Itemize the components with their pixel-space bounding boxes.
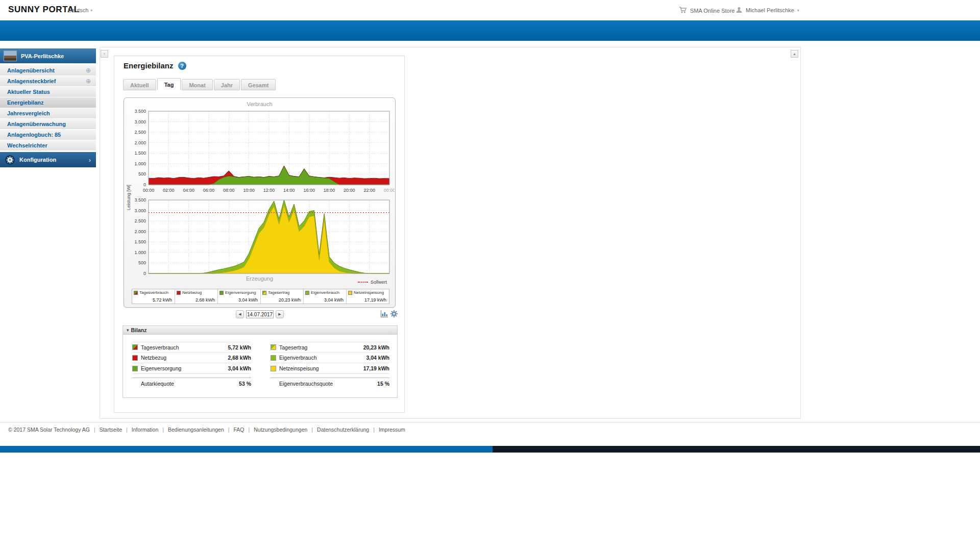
bilanz-value: 2,68 kWh — [228, 355, 251, 361]
legend-label: Tagesertrag — [268, 290, 289, 295]
legend-item-tagesertrag: Tagesertrag20,23 kWh — [261, 289, 304, 304]
bilanz-chip — [271, 366, 276, 371]
footer-link-datenschutzerklärung[interactable]: Datenschutzerklärung — [317, 427, 369, 433]
date-input[interactable] — [246, 310, 274, 318]
legend-label: Tagesverbrauch — [139, 290, 168, 295]
bilanz-chip — [132, 355, 138, 361]
bilanz-value: 17,19 kWh — [363, 365, 389, 371]
bilanz-label: Netzeinspeisung — [279, 365, 360, 371]
sidebar-item-energiebilanz[interactable]: Energiebilanz — [0, 97, 96, 108]
sidebar-item-anlagenübersicht[interactable]: Anlagenübersicht⊕ — [0, 65, 96, 76]
svg-text:2.000: 2.000 — [134, 229, 146, 234]
collapse-caret-icon: ▾ — [127, 328, 129, 333]
sidebar-item-wechselrichter[interactable]: Wechselrichter — [0, 140, 96, 151]
tab-monat[interactable]: Monat — [182, 79, 212, 90]
legend-chip — [348, 291, 352, 295]
bilanz-value: 5,72 kWh — [228, 344, 251, 350]
footer-link-bedienungsanleitungen[interactable]: Bedienungsanleitungen — [168, 427, 224, 433]
footer-copyright: © 2017 SMA Solar Technology AG — [8, 427, 90, 433]
legend-item-top: Eigenverbrauch — [305, 290, 345, 295]
sidebar-item-label: Wechselrichter — [7, 142, 91, 148]
bilanz-row-eigenversorgung: Eigenversorgung3,04 kWh — [132, 363, 251, 374]
sidebar-item-label: Anlagenüberwachung — [7, 121, 91, 127]
help-icon[interactable]: ? — [178, 62, 186, 70]
chevron-down-icon: ▾ — [797, 8, 799, 13]
tab-gesamt[interactable]: Gesamt — [241, 79, 276, 90]
user-icon — [736, 6, 743, 14]
sidebar-item-label: Energiebilanz — [7, 99, 91, 106]
page-title-row: Energiebilanz ? — [124, 61, 186, 70]
bilanz-panel: ▾ Bilanz Tagesverbrauch5,72 kWhNetzbezug… — [122, 325, 398, 398]
svg-text:1.500: 1.500 — [134, 151, 146, 156]
config-label: Konfiguration — [19, 157, 84, 163]
footer-separator-line — [0, 422, 980, 422]
bilanz-value: 20,23 kWh — [363, 344, 389, 350]
legend-value: 17,19 kWh — [348, 297, 387, 303]
sidebar-item-anlagenüberwachung[interactable]: Anlagenüberwachung — [0, 119, 96, 129]
settings-gear-icon[interactable] — [390, 310, 399, 318]
svg-text:500: 500 — [138, 171, 146, 177]
bilanz-row-eigenverbrauch: Eigenverbrauch3,04 kWh — [271, 353, 389, 363]
language-selector[interactable]: Deutsch ▾ — [68, 7, 92, 13]
legend-item-tagesverbrauch: Tagesverbrauch5,72 kWh — [132, 289, 175, 304]
scroll-top-button[interactable]: ▲ — [791, 50, 798, 58]
svg-text:3.500: 3.500 — [134, 109, 146, 114]
bottom-strip-dark — [493, 446, 980, 453]
tabs-row: AktuellTagMonatJahrGesamt — [123, 78, 277, 90]
sidebar-collapse-button[interactable]: ‹ — [101, 50, 108, 58]
sidebar-item-label: Jahresvergleich — [7, 110, 91, 116]
sidebar-item-konfiguration[interactable]: Konfiguration › — [0, 152, 96, 167]
footer-separator: | — [126, 427, 128, 433]
report-icon[interactable] — [380, 310, 389, 318]
svg-text:3.500: 3.500 — [134, 198, 146, 203]
gear-icon — [5, 155, 15, 165]
globe-icon: ⊕ — [86, 78, 91, 84]
sidebar-item-label: Aktueller Status — [7, 89, 91, 95]
footer-separator: | — [311, 427, 313, 433]
sollwert-line-icon — [358, 282, 368, 283]
tab-jahr[interactable]: Jahr — [214, 79, 240, 90]
svg-text:1.500: 1.500 — [134, 239, 146, 244]
legend-value: 20,23 kWh — [262, 297, 302, 303]
chart-legend: Tagesverbrauch5,72 kWhNetzbezug2,68 kWhE… — [132, 289, 389, 304]
svg-text:1.000: 1.000 — [134, 250, 146, 255]
content-panel: Energiebilanz ? AktuellTagMonatJahrGesam… — [114, 56, 405, 413]
sidebar-item-jahresvergleich[interactable]: Jahresvergleich — [0, 108, 96, 118]
bilanz-right-col: Tagesertrag20,23 kWhEigenverbrauch3,04 k… — [271, 342, 389, 389]
footer-link-faq[interactable]: FAQ — [233, 427, 244, 433]
footer-link-startseite[interactable]: Startseite — [100, 427, 122, 433]
sidebar-plant-header[interactable]: PVA-Perlitschke — [0, 48, 96, 63]
svg-text:02:00: 02:00 — [163, 188, 175, 193]
footer-link-nutzungsbedingungen[interactable]: Nutzungsbedingungen — [254, 427, 307, 433]
footer-separator: | — [94, 427, 95, 433]
chart-card: Verbrauch 05001.0001.5002.0002.5003.0003… — [124, 97, 396, 308]
tab-tag[interactable]: Tag — [157, 78, 181, 90]
svg-text:3.000: 3.000 — [134, 119, 146, 124]
user-menu[interactable]: Michael Perlitschke ▾ — [736, 6, 799, 14]
tab-aktuell[interactable]: Aktuell — [123, 79, 156, 90]
sidebar-item-label: Anlagenlogbuch: 85 — [7, 132, 91, 138]
sidebar-item-anlagenlogbuch-85[interactable]: Anlagenlogbuch: 85 — [0, 130, 96, 140]
sidebar-menu: Anlagenübersicht⊕Anlagensteckbrief⊕Aktue… — [0, 65, 96, 151]
bilanz-label: Tagesverbrauch — [141, 344, 225, 350]
footer-link-impressum[interactable]: Impressum — [379, 427, 405, 433]
footer-link-information[interactable]: Information — [132, 427, 159, 433]
sidebar-item-aktueller-status[interactable]: Aktueller Status — [0, 87, 96, 97]
svg-text:08:00: 08:00 — [223, 188, 235, 193]
svg-text:1.000: 1.000 — [134, 161, 146, 166]
next-day-button[interactable]: ▶ — [276, 310, 284, 318]
bilanz-row-tagesverbrauch: Tagesverbrauch5,72 kWh — [132, 342, 251, 353]
sidebar-item-anlagensteckbrief[interactable]: Anlagensteckbrief⊕ — [0, 76, 96, 86]
bilanz-title: Bilanz — [131, 327, 147, 333]
bilanz-chip — [271, 355, 276, 361]
prev-day-button[interactable]: ◀ — [236, 310, 244, 318]
legend-item-eigenversorgung: Eigenversorgung3,04 kWh — [218, 289, 261, 304]
bilanz-chip — [271, 344, 276, 350]
sidebar: PVA-Perlitschke Anlagenübersicht⊕Anlagen… — [0, 48, 96, 167]
bilanz-value: 3,04 kWh — [366, 355, 389, 361]
legend-item-top: Tagesertrag — [262, 290, 302, 295]
store-link[interactable]: SMA Online Store ▾ — [679, 6, 740, 15]
legend-value: 5,72 kWh — [134, 297, 173, 303]
bilanz-header[interactable]: ▾ Bilanz — [123, 326, 397, 335]
bilanz-total-row-eigenverbrauchsquote: Eigenverbrauchsquote15 % — [271, 378, 389, 389]
